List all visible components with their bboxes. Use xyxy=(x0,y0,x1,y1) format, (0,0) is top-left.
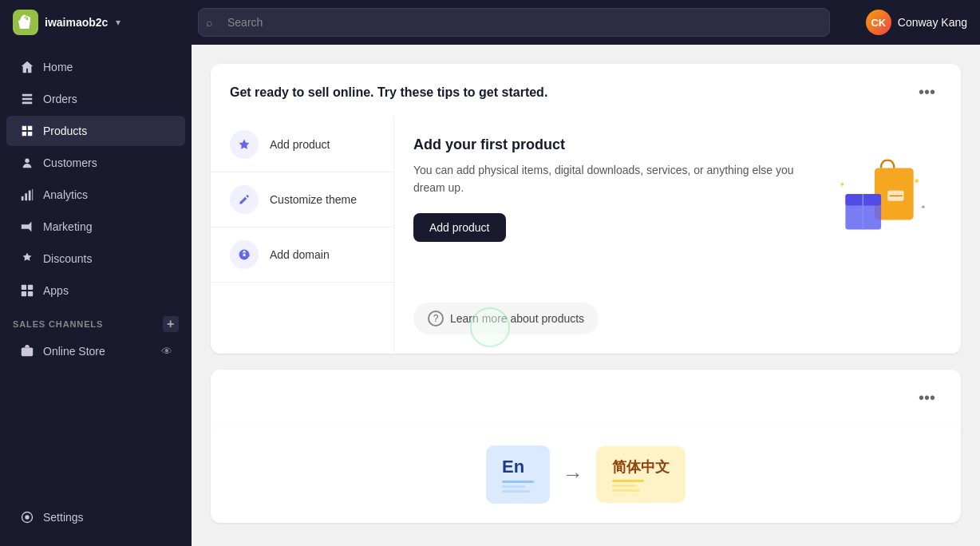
tip-label-add-domain: Add domain xyxy=(270,248,330,261)
shopify-logo xyxy=(13,10,38,35)
tip-item-add-domain[interactable]: Add domain xyxy=(211,228,393,283)
customers-icon xyxy=(19,155,35,171)
tips-and-panel: Add product Customize theme xyxy=(211,117,961,354)
svg-rect-1 xyxy=(22,98,33,101)
svg-point-19 xyxy=(922,206,924,208)
svg-rect-6 xyxy=(29,191,31,201)
search-icon: ⌕ xyxy=(206,16,212,29)
main-layout: Home Orders Products xyxy=(0,45,980,546)
card1-title: Get ready to sell online. Try these tips… xyxy=(230,85,547,100)
analytics-icon xyxy=(19,187,35,203)
sidebar-label-home: Home xyxy=(43,61,73,73)
sidebar-item-customers[interactable]: Customers xyxy=(6,148,185,178)
search-bar[interactable]: ⌕ xyxy=(198,8,830,37)
eye-icon: 👁 xyxy=(161,345,172,358)
svg-point-3 xyxy=(25,159,29,163)
sidebar-label-orders: Orders xyxy=(43,93,77,105)
svg-rect-4 xyxy=(22,196,24,200)
add-product-button[interactable]: Add product xyxy=(413,213,506,242)
svg-rect-11 xyxy=(28,291,33,296)
card1-header: Get ready to sell online. Try these tips… xyxy=(211,64,961,117)
avatar[interactable]: CK xyxy=(866,10,891,35)
user-name-label: Conway Kang xyxy=(898,16,967,29)
sales-channels-label: SALES CHANNELS xyxy=(13,319,103,329)
sidebar: Home Orders Products xyxy=(0,45,192,546)
learn-more-icon: ? xyxy=(428,311,444,326)
sidebar-item-marketing[interactable]: Marketing xyxy=(6,212,185,242)
svg-rect-7 xyxy=(32,189,33,200)
marketing-icon xyxy=(19,219,35,235)
tip-label-add-product: Add product xyxy=(270,138,330,151)
card2-more-button[interactable]: ••• xyxy=(912,386,942,410)
sidebar-label-products: Products xyxy=(43,125,87,137)
online-store-label: Online Store xyxy=(43,345,105,358)
settings-icon xyxy=(19,509,35,525)
svg-rect-5 xyxy=(25,193,27,200)
sidebar-item-products[interactable]: Products xyxy=(6,116,185,146)
tip-item-customize-theme[interactable]: Customize theme xyxy=(211,172,393,228)
card2-header: ••• xyxy=(211,370,961,426)
tip-label-customize-theme: Customize theme xyxy=(270,193,357,206)
orders-icon xyxy=(19,91,35,107)
sidebar-item-settings[interactable]: Settings xyxy=(6,502,185,532)
tip-item-add-product[interactable]: Add product xyxy=(211,117,393,172)
card1-more-button[interactable]: ••• xyxy=(912,80,942,105)
sidebar-bottom: Settings xyxy=(0,501,192,540)
online-store-left: Online Store xyxy=(19,343,105,359)
translate-illustration-area: En → 简体中文 xyxy=(211,426,961,523)
sidebar-item-home[interactable]: Home xyxy=(6,52,185,82)
search-input[interactable] xyxy=(198,8,830,37)
svg-point-17 xyxy=(915,179,919,183)
panel-content: Add your first product You can add physi… xyxy=(413,136,795,334)
sidebar-item-orders[interactable]: Orders xyxy=(6,84,185,114)
brand-area[interactable]: iwaimaob2c ▾ xyxy=(13,10,188,35)
top-nav: iwaimaob2c ▾ ⌕ CK Conway Kang xyxy=(0,0,980,45)
panel-description: You can add physical items, digital down… xyxy=(413,161,795,197)
translate-illustration: En → 简体中文 xyxy=(486,445,686,504)
sidebar-label-discounts: Discounts xyxy=(43,252,92,265)
panel-title: Add your first product xyxy=(413,136,795,153)
svg-rect-0 xyxy=(22,94,33,97)
svg-rect-9 xyxy=(28,285,33,290)
lang-en-bubble: En xyxy=(486,445,550,504)
content-area: Get ready to sell online. Try these tips… xyxy=(192,45,980,546)
online-store-icon xyxy=(19,343,35,359)
lang-en-text: En xyxy=(502,457,534,477)
sidebar-label-marketing: Marketing xyxy=(43,220,92,233)
tips-list: Add product Customize theme xyxy=(211,117,394,354)
chevron-down-icon: ▾ xyxy=(116,17,121,28)
svg-point-18 xyxy=(840,183,844,186)
sidebar-item-online-store[interactable]: Online Store 👁 xyxy=(6,336,185,366)
svg-rect-8 xyxy=(22,285,26,290)
products-icon xyxy=(19,123,35,139)
apps-icon xyxy=(19,283,35,299)
lang-zh-bubble: 简体中文 xyxy=(596,446,686,503)
sidebar-label-customers: Customers xyxy=(43,156,97,169)
sidebar-label-apps: Apps xyxy=(43,284,69,297)
tip-icon-add-product xyxy=(230,130,259,159)
sidebar-item-apps[interactable]: Apps xyxy=(6,275,185,306)
svg-rect-10 xyxy=(22,291,26,296)
arrow-translate: → xyxy=(563,462,583,487)
sidebar-item-discounts[interactable]: Discounts xyxy=(6,243,185,274)
get-started-card: Get ready to sell online. Try these tips… xyxy=(211,64,961,354)
lang-zh-text: 简体中文 xyxy=(612,457,670,477)
translate-card: ••• En → 简体中文 xyxy=(211,370,961,523)
svg-rect-12 xyxy=(22,348,33,357)
discounts-icon xyxy=(19,251,35,267)
sales-channels-section: SALES CHANNELS + xyxy=(0,307,192,335)
svg-rect-2 xyxy=(22,102,33,105)
add-sales-channel-button[interactable]: + xyxy=(163,316,179,332)
panel-illustration xyxy=(814,136,942,264)
sidebar-item-analytics[interactable]: Analytics xyxy=(6,180,185,210)
home-icon xyxy=(19,59,35,75)
user-area: CK Conway Kang xyxy=(840,10,967,35)
sidebar-label-settings: Settings xyxy=(43,511,84,524)
sidebar-label-analytics: Analytics xyxy=(43,188,88,201)
tip-icon-customize-theme xyxy=(230,185,259,214)
tip-icon-add-domain xyxy=(230,240,259,269)
store-name-label: iwaimaob2c xyxy=(45,16,108,29)
